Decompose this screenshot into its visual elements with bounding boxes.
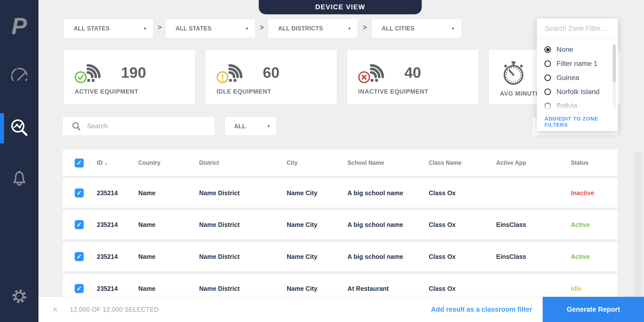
chevron-down-icon: ▾ — [144, 26, 146, 31]
cell-app: EinsClass — [496, 253, 571, 260]
dropdown-state-2[interactable]: ALL STATES ▾ — [165, 19, 255, 38]
search-icon — [72, 122, 81, 131]
cell-city: Name City — [287, 189, 348, 197]
cell-school: A big school name — [348, 253, 429, 260]
check-icon: ✓ — [76, 253, 82, 261]
type-filter-dropdown[interactable]: ALL ▾ — [225, 117, 276, 135]
zone-scrollbar-thumb[interactable] — [613, 45, 616, 82]
dropdown-cities[interactable]: ALL CITIES ▾ — [372, 19, 461, 38]
selection-count: 12,000 OF 12,000 SELECTED — [70, 297, 159, 322]
generate-report-button[interactable]: Generate Report — [543, 297, 644, 322]
stat-value: 60 — [263, 64, 280, 81]
cell-id: 235214 — [97, 285, 138, 292]
select-all-checkbox[interactable]: ✓ — [75, 158, 84, 168]
cell-district: Name District — [199, 189, 287, 197]
cell-country: Name — [138, 285, 199, 292]
cell-country: Name — [138, 189, 199, 197]
sidebar-item-dashboard[interactable] — [0, 60, 38, 91]
table-row: ✓ 235214 Name Name District Name City A … — [63, 178, 618, 208]
search-input[interactable] — [87, 122, 198, 130]
signal-active-icon — [75, 59, 110, 86]
radio-icon — [544, 74, 551, 81]
cell-school: At Restaurant — [348, 285, 429, 292]
cell-school: A big school name — [348, 221, 429, 228]
sort-descending-icon: ↓ — [105, 160, 107, 166]
zone-filter-search-input[interactable] — [544, 24, 608, 33]
sidebar-item-device-analytics[interactable] — [0, 113, 38, 143]
zone-filter-panel: None Filter name 1 Guinea Norfolk Island… — [537, 18, 618, 131]
row-checkbox[interactable]: ✓ — [75, 252, 84, 261]
cell-country: Name — [138, 221, 199, 228]
stat-card-inactive-equipment: 40 INACTIVE EQUIPMENT — [347, 50, 479, 104]
page-scrollbar[interactable] — [635, 151, 642, 296]
zone-option-guinea[interactable]: Guinea — [537, 71, 618, 85]
device-view-screen: P — [0, 0, 644, 322]
analytics-search-icon — [10, 118, 29, 139]
breadcrumb-separator: > — [158, 24, 162, 31]
cell-city: Name City — [287, 285, 348, 292]
column-header-school[interactable]: School Name — [348, 159, 429, 166]
row-checkbox[interactable]: ✓ — [75, 284, 84, 293]
dropdown-label: ALL DISTRICTS — [278, 25, 323, 32]
dropdown-districts[interactable]: ALL DISTRICTS ▾ — [268, 19, 358, 38]
zone-filter-search-field — [537, 18, 618, 39]
column-header-app[interactable]: Active App — [496, 159, 571, 166]
row-checkbox[interactable]: ✓ — [75, 188, 84, 197]
cell-class: Class Ox — [429, 285, 496, 292]
row-checkbox[interactable]: ✓ — [75, 220, 84, 229]
breadcrumb-separator: > — [260, 24, 264, 31]
status-badge: Active — [571, 221, 618, 228]
bell-icon — [10, 169, 28, 188]
column-header-country[interactable]: Country — [138, 159, 199, 166]
dropdown-label: ALL STATES — [176, 25, 211, 32]
stat-value: 40 — [404, 64, 421, 81]
selection-action-bar: ✕ 12,000 OF 12,000 SELECTED Add result a… — [38, 297, 644, 322]
dropdown-state-1[interactable]: ALL STATES ▾ — [64, 19, 153, 38]
signal-inactive-icon — [358, 59, 393, 86]
check-icon: ✓ — [76, 159, 82, 167]
cell-district: Name District — [199, 285, 287, 292]
add-classroom-filter-link[interactable]: Add result as a classroom filter — [431, 297, 532, 322]
zone-filter-footer: ADD/EDIT TO ZONE FILTERS — [537, 112, 618, 131]
page-title-pill: DEVICE VIEW — [259, 0, 422, 14]
dropdown-label: ALL STATES — [74, 25, 110, 32]
column-header-class[interactable]: Class Name — [429, 159, 496, 166]
stat-card-active-equipment: 190 ACTIVE EQUIPMENT — [64, 50, 195, 104]
zone-option-label: Filter name 1 — [556, 60, 597, 68]
breadcrumb-separator: > — [363, 24, 367, 31]
column-header-district[interactable]: District — [199, 159, 287, 166]
stat-card-idle-equipment: 60 IDLE EQUIPMENT — [205, 50, 337, 104]
cell-school: A big school name — [348, 189, 429, 197]
zone-option-filter-name-1[interactable]: Filter name 1 — [537, 57, 618, 71]
stat-label: ACTIVE EQUIPMENT — [75, 88, 146, 95]
close-icon: ✕ — [52, 305, 58, 314]
column-header-status[interactable]: Status — [571, 159, 618, 166]
column-header-city[interactable]: City — [287, 159, 348, 166]
radio-icon — [544, 89, 551, 95]
sidebar-item-notifications[interactable] — [0, 164, 38, 194]
cell-id: 235214 — [97, 253, 138, 260]
add-edit-zone-filters-link[interactable]: ADD/EDIT TO ZONE FILTERS — [544, 116, 618, 128]
zone-option-norfolk-island[interactable]: Norfolk Island — [537, 85, 618, 99]
gear-icon — [10, 287, 29, 307]
zone-option-label: None — [556, 46, 573, 54]
status-badge: Active — [571, 253, 618, 260]
zone-option-none[interactable]: None — [537, 43, 618, 57]
cell-class: Class Ox — [429, 221, 496, 228]
sidebar-item-settings[interactable] — [0, 282, 38, 312]
chevron-down-icon: ▾ — [246, 26, 248, 31]
cell-class: Class Ox — [429, 253, 496, 260]
cell-id: 235214 — [97, 189, 138, 197]
clear-selection-button[interactable]: ✕ — [50, 297, 60, 322]
stopwatch-icon — [500, 59, 527, 88]
app-logo: P — [0, 13, 38, 39]
table-row: ✓ 235214 Name Name District Name City A … — [63, 242, 618, 271]
radio-selected-icon — [544, 46, 551, 53]
cell-district: Name District — [199, 253, 287, 260]
check-icon: ✓ — [76, 189, 82, 197]
column-header-id[interactable]: ID↓ — [97, 159, 138, 166]
radio-icon — [544, 60, 551, 67]
status-badge: Idle — [571, 285, 618, 292]
table-row: ✓ 235214 Name Name District Name City A … — [63, 210, 618, 239]
table-header-row: ✓ ID↓ Country District City School Name … — [63, 150, 618, 176]
